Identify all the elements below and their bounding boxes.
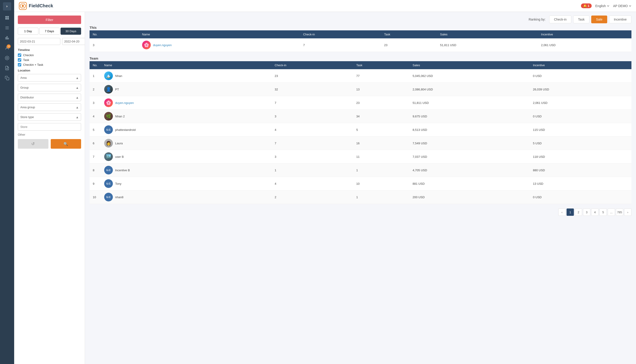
avatar: U.C xyxy=(104,166,113,174)
group-dropdown[interactable]: Group xyxy=(18,84,81,91)
page-1-button[interactable]: 1 xyxy=(566,208,574,216)
area-group-dropdown[interactable]: Area group xyxy=(18,104,81,111)
sidebar-icon-dashboard[interactable] xyxy=(3,14,11,22)
notification-badge[interactable]: 🔔 1 xyxy=(581,4,592,8)
search-button[interactable]: 🔍 xyxy=(51,139,81,149)
cell-checkin: 3 xyxy=(271,150,353,164)
sidebar-icon-analytics[interactable] xyxy=(3,34,11,42)
cell-checkin: 3 xyxy=(271,110,353,123)
cell-checkin: 1 xyxy=(271,164,353,177)
cell-sales: 4,705 USD xyxy=(409,164,530,177)
rank-task-button[interactable]: Task xyxy=(573,16,589,23)
ranking-label: Ranking by: xyxy=(529,18,545,21)
team-col-checkin: Check-in xyxy=(271,61,353,69)
distributor-dropdown[interactable]: Distributor xyxy=(18,94,81,101)
cell-task: 34 xyxy=(353,110,409,123)
next-page-button[interactable]: › xyxy=(624,208,631,216)
area-dropdown[interactable]: Area xyxy=(18,74,81,82)
this-col-task: Task xyxy=(381,30,437,38)
user-name: Nhan xyxy=(115,74,122,78)
rank-checkin-button[interactable]: Check-in xyxy=(549,16,571,23)
this-table: No. Name Check-in Task Sales Incentive 3 xyxy=(90,30,631,52)
user-name-link[interactable]: duyen.nguyen xyxy=(115,101,134,104)
main-container: FieldCheck 🔔 1 English AP DEMO Filter 1 … xyxy=(14,0,636,364)
cell-task: 1 xyxy=(353,190,409,204)
table-row: 7 🏙️user B 3 11 7,037 USD 118 USD xyxy=(90,150,631,164)
users-badge: 20 xyxy=(7,44,11,48)
store-type-dropdown-wrapper: Store type ▲ xyxy=(18,113,81,121)
cell-task: 16 xyxy=(353,136,409,150)
store-type-dropdown[interactable]: Store type xyxy=(18,113,81,121)
date-from-input[interactable] xyxy=(18,38,60,45)
store-input[interactable] xyxy=(18,123,81,130)
sidebar-icon-list[interactable] xyxy=(3,24,11,32)
sidebar-icon-copy[interactable] xyxy=(3,74,11,82)
reset-button[interactable]: ↺ xyxy=(18,139,49,149)
table-row: 2 👤PT 32 13 2,086,804 USD 26,039 USD xyxy=(90,83,631,96)
reset-icon: ↺ xyxy=(31,141,35,146)
cell-name: 👩Laura xyxy=(101,136,271,150)
rank-incentive-button[interactable]: Incentive xyxy=(609,16,631,23)
prev-page-button[interactable]: ‹ xyxy=(558,208,566,216)
checkin-checkbox[interactable] xyxy=(18,54,21,57)
sidebar-icon-users[interactable]: 20 xyxy=(3,44,11,52)
cell-name: U.Cnhan8 xyxy=(101,190,271,204)
location-label: Location xyxy=(18,69,81,72)
cell-task: 10 xyxy=(353,177,409,190)
cell-checkin: 4 xyxy=(271,177,353,190)
search-icon: 🔍 xyxy=(64,142,68,146)
team-col-task: Task xyxy=(353,61,409,69)
svg-rect-5 xyxy=(6,28,9,28)
filter-button[interactable]: Filter xyxy=(18,16,81,24)
ranking-bar: Ranking by: Check-in Task Sale Incentive xyxy=(90,16,631,23)
language-selector[interactable]: English xyxy=(595,4,609,8)
cell-sales: 7,549 USD xyxy=(409,136,530,150)
user-name-link[interactable]: duyen.nguyen xyxy=(153,44,172,47)
table-row: 9 U.CTony 4 10 881 USD 13 USD xyxy=(90,177,631,190)
day-30-button[interactable]: 30 Days xyxy=(61,28,81,35)
page-3-button[interactable]: 3 xyxy=(583,208,590,216)
table-row: 4 🌿Nhan 2 3 34 9,675 USD 0 USD xyxy=(90,110,631,123)
page-2-button[interactable]: 2 xyxy=(575,208,582,216)
user-name: Tony xyxy=(115,182,121,186)
task-checkbox[interactable] xyxy=(18,58,21,62)
page-5-button[interactable]: 5 xyxy=(599,208,607,216)
page-last-button[interactable]: 785 xyxy=(616,208,623,216)
avatar: 👤 xyxy=(104,85,113,94)
team-col-no: No. xyxy=(90,61,101,69)
cell-incentive: 2,061 USD xyxy=(538,38,631,52)
day-1-button[interactable]: 1 Day xyxy=(18,28,38,35)
logo-icon xyxy=(19,2,27,10)
cell-task: 13 xyxy=(353,83,409,96)
table-row: 6 👩Laura 7 16 7,549 USD 5 USD xyxy=(90,136,631,150)
user-name: nhan8 xyxy=(115,196,123,199)
day-buttons: 1 Day 7 Days 30 Days xyxy=(18,28,81,35)
sidebar-toggle[interactable] xyxy=(3,2,11,10)
cell-task: 23 xyxy=(381,38,437,52)
svg-rect-4 xyxy=(6,26,9,27)
pagination: ‹ 1 2 3 4 5 ... 785 › xyxy=(90,208,631,220)
sidebar-icon-reports[interactable] xyxy=(3,64,11,72)
rank-sale-button[interactable]: Sale xyxy=(591,16,607,23)
demo-selector[interactable]: AP DEMO xyxy=(613,4,631,8)
page-4-button[interactable]: 4 xyxy=(591,208,598,216)
sidebar-icon-settings[interactable] xyxy=(3,54,11,62)
filter-panel: Filter 1 Day 7 Days 30 Days Timeline Che… xyxy=(14,12,85,364)
cell-incentive: 5 USD xyxy=(530,136,631,150)
checkin-task-checkbox[interactable] xyxy=(18,63,21,66)
cell-no: 9 xyxy=(90,177,101,190)
this-col-incentive: Incentive xyxy=(538,30,631,38)
day-7-button[interactable]: 7 Days xyxy=(39,28,60,35)
svg-rect-0 xyxy=(6,16,7,18)
cell-task: 1 xyxy=(353,164,409,177)
chevron-down-icon xyxy=(607,4,609,7)
svg-rect-11 xyxy=(7,78,9,80)
cell-sales: 2,086,804 USD xyxy=(409,83,530,96)
task-checkbox-row: Task xyxy=(18,58,81,62)
date-range xyxy=(18,38,81,45)
date-to-input[interactable] xyxy=(62,38,85,45)
checkin-task-label: Checkin + Task xyxy=(23,63,43,66)
cell-name: U.CTony xyxy=(101,177,271,190)
timeline-label: Timeline xyxy=(18,48,81,52)
cell-checkin: 32 xyxy=(271,83,353,96)
